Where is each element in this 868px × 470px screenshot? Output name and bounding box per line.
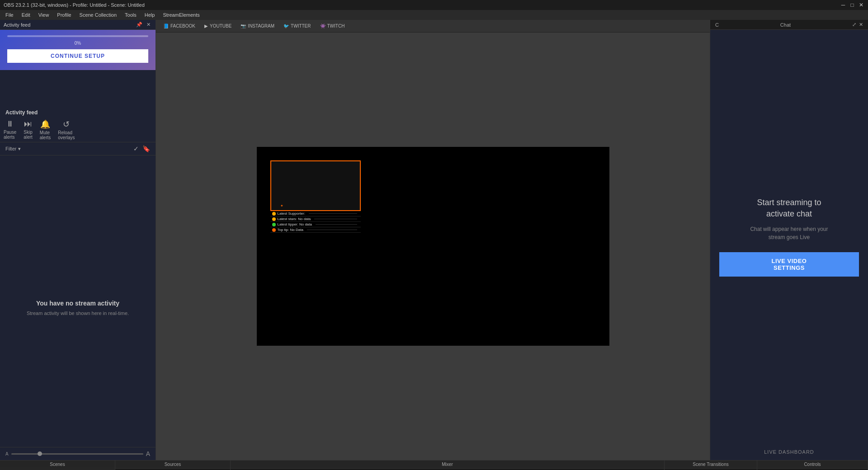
chat-start-title: Start streaming toactivate chat [757, 197, 821, 220]
overlay-stats: Latest Supporter: Latest stars: No data … [270, 211, 361, 233]
facebook-label: FACEBOOK [170, 24, 195, 28]
social-tab-instagram[interactable]: 📷 INSTAGRAM [237, 23, 278, 29]
menu-edit[interactable]: Edit [18, 11, 34, 19]
skip-alert-icon: ⏭ [24, 119, 32, 129]
stat-row-supporter: Latest Supporter: [270, 211, 361, 216]
mute-alerts-icon: 🔔 [40, 119, 50, 129]
left-panel: Activity feed 📌 ✕ 0% CONTINUE SETUP Acti… [0, 20, 156, 460]
stat-bar-supporter [309, 213, 357, 214]
close-button[interactable]: ✕ [858, 2, 864, 8]
menu-tools[interactable]: Tools [121, 11, 140, 19]
font-size-small-label: A [5, 451, 9, 456]
menu-streamelements[interactable]: StreamElements [159, 11, 203, 19]
stat-icon-dollar [272, 223, 276, 226]
menu-help[interactable]: Help [141, 11, 159, 19]
preview-content: ✦ Latest Supporter: Latest stars: No dat… [257, 147, 609, 346]
stat-icon-star [272, 212, 276, 216]
bottom-section: Scenes Cup vbbb Fortnite Apex Facebook P… [0, 460, 868, 470]
twitter-icon: 🐦 [283, 24, 289, 28]
pause-alerts-control[interactable]: ⏸ Pausealerts [4, 119, 16, 140]
instagram-icon: 📷 [241, 24, 246, 28]
live-video-settings-button[interactable]: LIVE VIDEOSETTINGS [719, 252, 859, 277]
no-activity-desc: Stream activity will be shown here in re… [27, 310, 129, 316]
main-layout: Activity feed 📌 ✕ 0% CONTINUE SETUP Acti… [0, 20, 868, 460]
twitter-label: TWITTER [291, 24, 311, 28]
filter-label: Filter [5, 146, 16, 151]
sources-panel: Sources P 👁 🔒 + − ⚙ ▲ ▼ [115, 461, 231, 470]
instagram-label: INSTAGRAM [248, 24, 274, 28]
youtube-icon: ▶ [204, 24, 208, 28]
social-tab-twitter[interactable]: 🐦 TWITTER [280, 23, 314, 29]
activity-feed-body: Activity feed ⏸ Pausealerts ⏭ Skipalert … [0, 106, 156, 460]
chat-titlebar: C Chat ⤢ ✕ [710, 20, 868, 30]
controls-panel: Controls Start Streaming Start Recording… [757, 461, 868, 470]
title-bar-controls: ─ □ ✕ [840, 2, 864, 8]
stat-bar-stars [314, 219, 357, 219]
pause-alerts-label: Pausealerts [4, 130, 16, 140]
skip-alert-label: Skipalert [24, 130, 32, 140]
stat-label-tipper: Latest tipper: No data [278, 222, 312, 226]
title-bar: OBS 23.2.1 (32-bit, windows) - Profile: … [0, 0, 868, 10]
stat-label-supporter: Latest Supporter: [278, 212, 305, 216]
chat-back-button[interactable]: C [714, 22, 720, 28]
chat-close-button[interactable]: ✕ [858, 22, 864, 28]
pause-alerts-icon: ⏸ [6, 119, 14, 129]
social-tab-twitch[interactable]: 👾 TWITCH [316, 23, 349, 29]
activity-feed-titlebar: Activity feed 📌 ✕ [0, 20, 156, 30]
stat-row-tip: Top tip: No Data [270, 227, 361, 233]
chat-title: Chat [720, 22, 851, 28]
stat-row-stars: Latest stars: No data [270, 216, 361, 222]
reload-overlays-icon: ↺ [63, 119, 70, 129]
font-size-slider[interactable] [11, 453, 143, 455]
right-panel: C Chat ⤢ ✕ Start streaming toactivate ch… [710, 20, 868, 460]
social-tab-youtube[interactable]: ▶ YOUTUBE [201, 23, 235, 29]
live-dashboard-link[interactable]: LIVE DASHBOARD [710, 444, 868, 460]
chat-start-desc: Chat will appear here when yourstream go… [750, 225, 828, 241]
reload-overlays-control[interactable]: ↺ Reloadoverlays [58, 119, 75, 140]
menu-profile[interactable]: Profile [53, 11, 75, 19]
preview-canvas: ✦ Latest Supporter: Latest stars: No dat… [156, 33, 710, 460]
activity-feed-header: Activity feed [0, 106, 156, 118]
controls-header: Controls [757, 461, 868, 469]
setup-progress-bar [7, 35, 148, 37]
stat-bar-tipper [316, 224, 357, 225]
chat-expand-button[interactable]: ⤢ [851, 22, 858, 28]
filter-button[interactable]: Filter ▾ [5, 146, 21, 152]
activity-feed-close-button[interactable]: ✕ [145, 22, 152, 28]
social-tabs: 📘 FACEBOOK ▶ YOUTUBE 📷 INSTAGRAM 🐦 TWITT… [156, 20, 710, 33]
continue-setup-button[interactable]: CONTINUE SETUP [7, 49, 148, 63]
activity-feed-window-title: Activity feed [4, 22, 30, 28]
activity-feed-window: Activity feed 📌 ✕ 0% CONTINUE SETUP [0, 20, 156, 70]
stat-bar-tip [307, 230, 357, 230]
transitions-panel: Scene Transitions Fade Cut Swipe ▲ ▼ + −… [665, 461, 757, 470]
mute-alerts-control[interactable]: 🔔 Mutealerts [40, 119, 51, 140]
setup-section: 0% CONTINUE SETUP [0, 30, 156, 70]
font-size-slider-thumb [38, 451, 42, 456]
social-tab-facebook[interactable]: 📘 FACEBOOK [160, 23, 199, 29]
youtube-label: YOUTUBE [210, 24, 231, 28]
stat-icon-tip [272, 228, 276, 232]
menu-file[interactable]: File [2, 11, 17, 19]
activity-feed-pin-button[interactable]: 📌 [135, 22, 144, 28]
filter-bookmark-button[interactable]: 🔖 [142, 145, 150, 152]
menu-scene-collection[interactable]: Scene Collection [76, 11, 121, 19]
reload-overlays-label: Reloadoverlays [58, 130, 75, 140]
twitch-label: TWITCH [327, 24, 345, 28]
activity-feed-window-controls: 📌 ✕ [135, 22, 152, 28]
sources-header: Sources [115, 461, 230, 469]
font-size-large-label: A [146, 450, 150, 457]
menu-view[interactable]: View [35, 11, 53, 19]
filter-actions: ✓ 🔖 [133, 145, 150, 152]
title-bar-title: OBS 23.2.1 (32-bit, windows) - Profile: … [4, 2, 145, 8]
stat-label-stars: Latest stars: No data [278, 217, 311, 221]
filter-bar: Filter ▾ ✓ 🔖 [0, 142, 156, 155]
menu-bar: File Edit View Profile Scene Collection … [0, 10, 868, 20]
setup-progress-label: 0% [7, 41, 148, 46]
minimize-button[interactable]: ─ [840, 2, 846, 8]
stream-overlay: ✦ Latest Supporter: Latest stars: No dat… [270, 160, 361, 233]
transitions-header: Scene Transitions [665, 461, 757, 469]
maximize-button[interactable]: □ [849, 2, 855, 8]
skip-alert-control[interactable]: ⏭ Skipalert [24, 119, 32, 140]
overlay-spark: ✦ [280, 204, 283, 208]
filter-check-button[interactable]: ✓ [133, 145, 139, 152]
